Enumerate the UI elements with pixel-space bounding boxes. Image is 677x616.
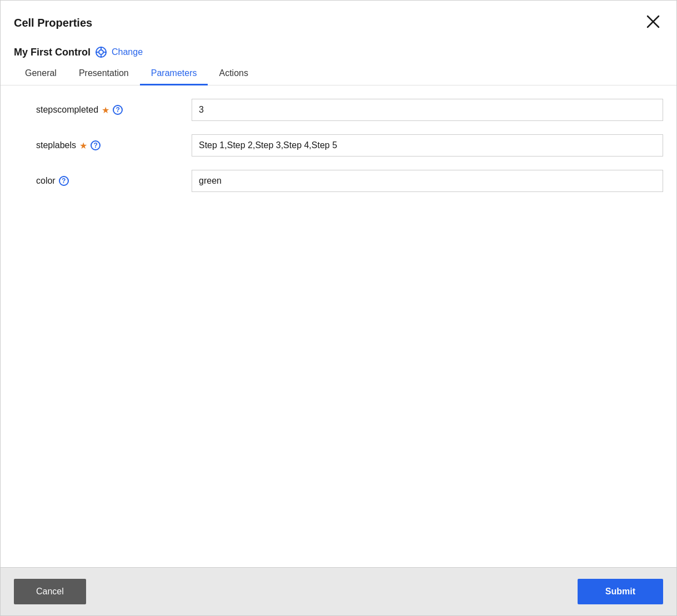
help-icon-steplabels[interactable]: ? [91, 140, 101, 150]
input-steplabels[interactable] [192, 134, 663, 156]
input-color[interactable] [192, 170, 663, 192]
input-stepscompleted[interactable] [192, 99, 663, 121]
dialog-header: Cell Properties [1, 1, 676, 42]
submit-button[interactable]: Submit [578, 579, 663, 604]
dialog-footer: Cancel Submit [1, 567, 676, 615]
form-row-steplabels: steplabels ★ ? [14, 134, 663, 156]
close-icon [645, 14, 661, 29]
tab-general[interactable]: General [14, 63, 68, 85]
tabs-container: General Presentation Parameters Actions [1, 58, 676, 85]
tab-actions[interactable]: Actions [208, 63, 259, 85]
control-section: My First Control Change [1, 42, 676, 58]
form-row-color: color ? [14, 170, 663, 192]
tab-parameters[interactable]: Parameters [140, 63, 208, 85]
dialog-title: Cell Properties [14, 17, 92, 29]
change-link[interactable]: Change [112, 47, 143, 57]
required-star-steplabels: ★ [79, 140, 87, 151]
control-name: My First Control [14, 47, 91, 58]
close-button[interactable] [643, 12, 663, 34]
form-row-stepscompleted: stepscompleted ★ ? [14, 99, 663, 121]
cancel-button[interactable]: Cancel [14, 579, 86, 604]
tab-presentation[interactable]: Presentation [68, 63, 140, 85]
cell-properties-dialog: Cell Properties My First Control Change … [0, 0, 677, 616]
required-star-stepscompleted: ★ [102, 105, 109, 115]
help-icon-color[interactable]: ? [59, 176, 69, 186]
label-stepscompleted: stepscompleted ★ ? [14, 105, 192, 115]
help-icon-stepscompleted[interactable]: ? [113, 105, 123, 115]
label-color: color ? [14, 176, 192, 186]
target-icon [95, 46, 107, 58]
label-steplabels: steplabels ★ ? [14, 140, 192, 151]
content-area: stepscompleted ★ ? steplabels ★ ? color … [1, 85, 676, 567]
svg-point-3 [99, 50, 103, 54]
